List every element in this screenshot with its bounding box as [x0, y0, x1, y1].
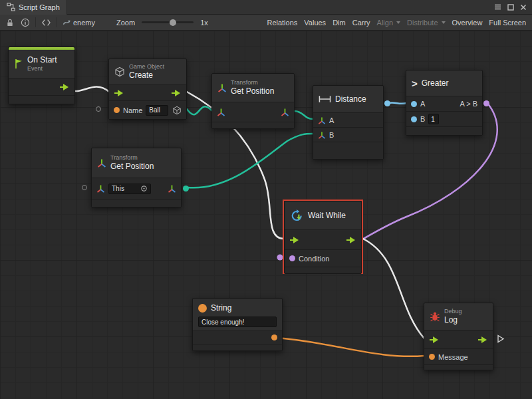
node-header: Transform Get Position: [212, 74, 294, 102]
info-icon[interactable]: [17, 15, 33, 31]
target-field[interactable]: This: [108, 184, 151, 194]
node-greater[interactable]: > Greater A A > B B: [406, 70, 483, 136]
graph-toolbar: enemy Zoom 1x Relations Values Dim Carry…: [0, 15, 532, 31]
node-title: String: [211, 303, 231, 313]
dim-button[interactable]: Dim: [329, 15, 349, 31]
port-row: Name: [109, 100, 186, 119]
node-header: > Greater: [406, 70, 482, 96]
node-header: Distance: [313, 86, 383, 112]
flow-input-port[interactable]: [114, 89, 124, 97]
node-log[interactable]: Debug Log Message: [424, 303, 493, 370]
node-category: Transform: [231, 79, 274, 86]
graph-name: enemy: [73, 19, 95, 27]
zoom-slider-thumb[interactable]: [170, 19, 176, 26]
overview-button[interactable]: Overview: [449, 15, 486, 31]
flow-output-port[interactable]: [477, 336, 488, 344]
relations-button[interactable]: Relations: [263, 15, 301, 31]
node-title: Distance: [335, 94, 366, 104]
position-output-port[interactable]: [281, 108, 289, 116]
message-input-port[interactable]: [429, 354, 435, 360]
flow-input-port[interactable]: [429, 336, 440, 344]
target-value: This: [112, 185, 124, 192]
node-get-position-2[interactable]: Transform Get Position This: [91, 148, 182, 207]
output-label: A > B: [460, 100, 477, 108]
code-preview-icon[interactable]: [38, 15, 55, 31]
node-header: Wait While: [285, 201, 361, 229]
carry-button[interactable]: Carry: [349, 15, 374, 31]
b-value-field[interactable]: [428, 114, 439, 124]
string-icon: [198, 304, 207, 313]
flow-output-port[interactable]: [346, 236, 356, 244]
close-icon[interactable]: [517, 1, 529, 13]
flow-output-port[interactable]: [59, 83, 70, 91]
distance-icon: [319, 95, 331, 103]
node-title: Greater: [422, 78, 449, 88]
condition-label: Condition: [299, 255, 329, 263]
transform-input-port[interactable]: [217, 108, 225, 116]
node-subtitle: Event: [27, 65, 57, 72]
fullscreen-button[interactable]: Full Screen: [485, 15, 529, 31]
selection-frame: Wait While Condition: [283, 200, 363, 274]
dropdown-caret-icon: [396, 21, 400, 24]
node-title: Get Position: [231, 86, 274, 96]
unconnected-port-dot[interactable]: [96, 106, 101, 112]
node-get-position-1[interactable]: Transform Get Position: [211, 73, 295, 129]
node-category: Transform: [110, 154, 154, 162]
node-footer: [92, 199, 181, 207]
condition-input-port[interactable]: [289, 255, 295, 261]
values-button[interactable]: Values: [301, 15, 329, 31]
game-object-output-port[interactable]: [172, 106, 182, 115]
string-value-field[interactable]: [198, 317, 277, 327]
port-row: [212, 102, 294, 122]
node-distance[interactable]: Distance A B: [313, 85, 384, 160]
input-b-port[interactable]: [411, 116, 417, 122]
maximize-icon[interactable]: [505, 1, 516, 13]
zoom-label: Zoom: [116, 19, 135, 27]
node-category: Game Object: [129, 63, 164, 70]
name-value-field[interactable]: [146, 105, 168, 116]
window-title: Script Graph: [19, 3, 60, 11]
node-header: Game Object Create: [109, 59, 186, 84]
node-footer: [285, 267, 361, 273]
node-wait-while[interactable]: Wait While Condition: [284, 201, 362, 274]
distribute-button[interactable]: Distribute: [404, 15, 448, 31]
string-output-port[interactable]: [271, 334, 277, 340]
titlebar: Script Graph: [0, 0, 532, 15]
lock-icon[interactable]: [3, 15, 17, 31]
node-footer: [424, 364, 493, 370]
position-connection-dot[interactable]: [183, 186, 189, 192]
position-output-port[interactable]: [168, 184, 176, 193]
window-menu-icon[interactable]: [492, 1, 503, 13]
distance-output-port[interactable]: [384, 100, 390, 106]
greater-icon: >: [412, 78, 418, 89]
transform-icon: [97, 158, 106, 168]
input-a-port[interactable]: [411, 101, 417, 107]
name-port-label: Name: [123, 106, 142, 114]
node-title: On Start: [27, 55, 57, 65]
name-input-port[interactable]: [114, 107, 120, 113]
unconnected-port-dot[interactable]: [82, 185, 87, 190]
vector-b-port-icon[interactable]: [318, 131, 326, 139]
play-indicator-icon: [497, 334, 505, 343]
node-title: Get Position: [110, 162, 154, 171]
node-create[interactable]: Game Object Create Name: [108, 59, 187, 120]
node-header: String: [193, 299, 282, 315]
tab-script-graph[interactable]: Script Graph: [0, 0, 67, 15]
cube-icon: [114, 66, 125, 77]
node-on-start[interactable]: On Start Event: [8, 47, 75, 104]
port-row: [424, 330, 493, 348]
graph-breadcrumb[interactable]: enemy: [59, 15, 98, 31]
transform-input-port[interactable]: [96, 184, 105, 193]
result-output-port[interactable]: [483, 100, 489, 106]
port-row: A A > B: [406, 96, 482, 111]
node-string[interactable]: String: [192, 298, 283, 351]
vector-a-port-icon[interactable]: [318, 116, 326, 124]
object-picker-icon[interactable]: [140, 185, 148, 192]
zoom-slider[interactable]: [142, 21, 194, 23]
port-b-label: B: [420, 115, 425, 123]
align-button[interactable]: Align: [374, 15, 404, 31]
toolbar-separator: [57, 17, 57, 27]
flow-input-port[interactable]: [289, 236, 300, 244]
flow-output-port[interactable]: [171, 89, 182, 97]
node-footer: [313, 142, 383, 159]
